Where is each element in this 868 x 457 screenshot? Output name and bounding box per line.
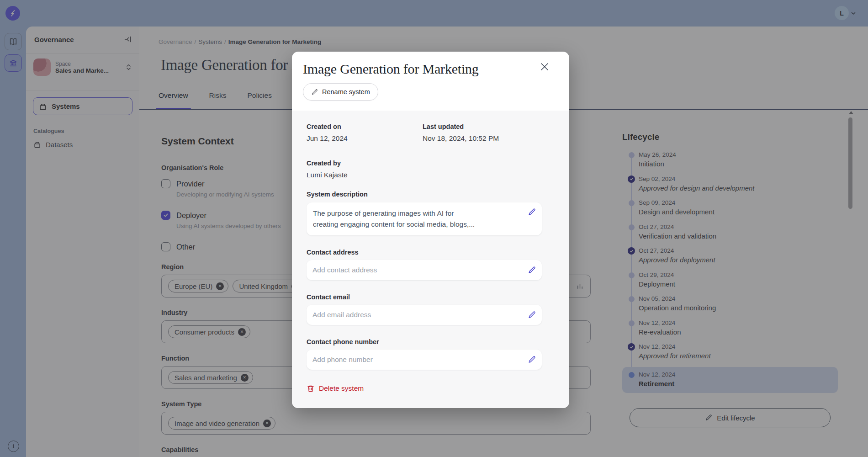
delete-system-label: Delete system (319, 384, 364, 393)
description-text: creating engaging content for social med… (313, 219, 521, 230)
contact-fields: Contact addressAdd contact addressContac… (307, 248, 542, 370)
contact-phone-number-input[interactable]: Add phone number (307, 350, 542, 370)
contact-email-input[interactable]: Add email address (307, 305, 542, 325)
created-on-label: Created on (307, 122, 423, 131)
input-placeholder: Add email address (312, 311, 528, 319)
close-icon[interactable] (540, 62, 550, 72)
contact-field-label: Contact address (307, 248, 542, 256)
description-text: The purpose of generating images with AI… (313, 208, 521, 219)
created-by-label: Created by (307, 159, 542, 167)
input-placeholder: Add phone number (312, 356, 528, 364)
contact-field-label: Contact phone number (307, 338, 542, 346)
system-details-modal: Image Generation for Marketing Rename sy… (292, 52, 569, 408)
pencil-icon (311, 89, 318, 96)
edit-pencil-icon[interactable] (528, 356, 536, 364)
last-updated-label: Last updated (423, 122, 499, 131)
contact-address-input[interactable]: Add contact address (307, 260, 542, 280)
edit-pencil-icon[interactable] (528, 266, 536, 274)
modal-header: Image Generation for Marketing Rename sy… (292, 52, 569, 111)
edit-description-pencil-icon[interactable] (528, 208, 536, 216)
system-description-field[interactable]: The purpose of generating images with AI… (307, 202, 542, 235)
modal-title: Image Generation for Marketing (303, 61, 558, 77)
created-on-value: Jun 12, 2024 (307, 134, 423, 143)
modal-body: Created on Jun 12, 2024 Last updated Nov… (292, 111, 569, 408)
delete-system-button[interactable]: Delete system (307, 384, 364, 393)
last-updated-value: Nov 18, 2024, 10:52 PM (423, 134, 499, 143)
contact-field-label: Contact email (307, 293, 542, 301)
app-screen: i L Governance Space Sales and Marke... (0, 0, 868, 457)
created-by-value: Lumi Kajaste (307, 170, 542, 179)
rename-system-button[interactable]: Rename system (303, 83, 378, 101)
input-placeholder: Add contact address (312, 266, 528, 274)
edit-pencil-icon[interactable] (528, 311, 536, 319)
trash-icon (307, 384, 315, 393)
system-description-label: System description (307, 190, 542, 198)
rename-system-label: Rename system (322, 88, 370, 96)
